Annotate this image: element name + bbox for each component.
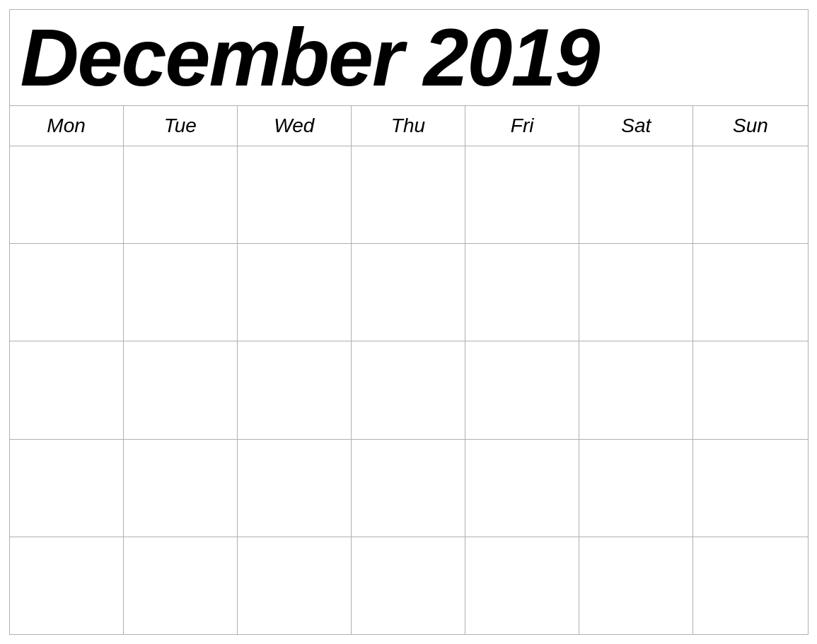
calendar-title: December 2019 xyxy=(10,10,808,106)
day-cell xyxy=(10,537,124,634)
weeks xyxy=(10,146,808,634)
day-cell xyxy=(579,440,693,537)
week-row-1 xyxy=(10,146,808,244)
day-cell xyxy=(10,244,124,341)
week-row-3 xyxy=(10,341,808,439)
day-cell xyxy=(124,146,238,243)
day-cell xyxy=(238,440,352,537)
week-row-4 xyxy=(10,440,808,537)
day-cell xyxy=(124,244,238,341)
day-headers: MonTueWedThuFriSatSun xyxy=(10,106,808,146)
day-cell xyxy=(465,537,579,634)
day-header-sat: Sat xyxy=(579,106,693,146)
day-cell xyxy=(579,537,693,634)
day-cell xyxy=(124,341,238,438)
day-cell xyxy=(10,440,124,537)
day-cell xyxy=(579,146,693,243)
day-cell xyxy=(465,244,579,341)
day-cell xyxy=(465,341,579,438)
day-cell xyxy=(238,341,352,438)
day-cell xyxy=(352,244,465,341)
day-cell xyxy=(10,341,124,438)
week-row-5 xyxy=(10,537,808,634)
day-cell xyxy=(579,341,693,438)
day-cell xyxy=(238,244,352,341)
day-cell xyxy=(465,146,579,243)
day-header-tue: Tue xyxy=(124,106,238,146)
day-cell xyxy=(352,537,465,634)
day-header-fri: Fri xyxy=(465,106,579,146)
day-cell xyxy=(693,244,807,341)
day-cell xyxy=(124,537,238,634)
day-cell xyxy=(352,440,465,537)
day-header-wed: Wed xyxy=(238,106,352,146)
week-row-2 xyxy=(10,244,808,341)
day-cell xyxy=(693,440,807,537)
day-cell xyxy=(693,146,807,243)
day-cell xyxy=(238,146,352,243)
day-cell xyxy=(693,537,807,634)
day-cell xyxy=(238,537,352,634)
day-cell xyxy=(693,341,807,438)
day-cell xyxy=(352,341,465,438)
day-header-sun: Sun xyxy=(693,106,807,146)
day-header-thu: Thu xyxy=(352,106,465,146)
day-cell xyxy=(465,440,579,537)
day-header-mon: Mon xyxy=(10,106,124,146)
calendar-grid: MonTueWedThuFriSatSun xyxy=(10,106,808,634)
day-cell xyxy=(124,440,238,537)
calendar: December 2019 MonTueWedThuFriSatSun xyxy=(9,9,809,635)
day-cell xyxy=(10,146,124,243)
day-cell xyxy=(352,146,465,243)
day-cell xyxy=(579,244,693,341)
